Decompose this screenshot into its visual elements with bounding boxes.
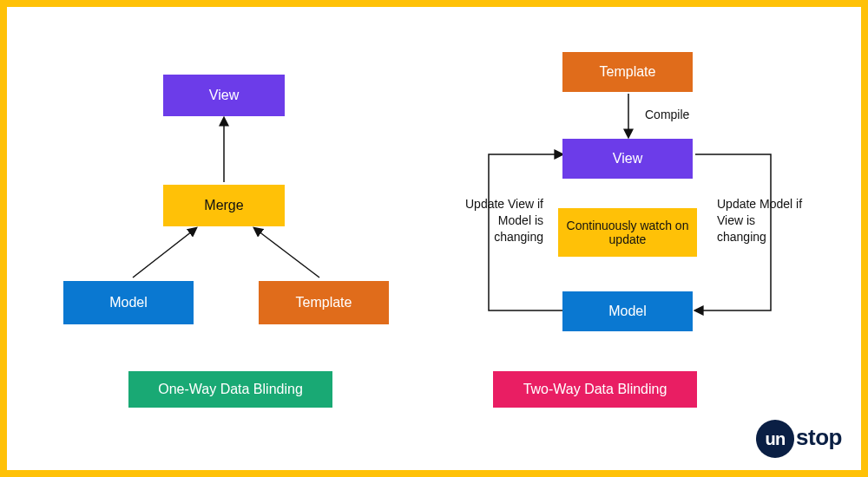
twoway-watch-box: Continuously watch on update bbox=[558, 208, 697, 257]
twoway-template-box: Template bbox=[562, 52, 693, 92]
oneway-view-box: View bbox=[163, 75, 285, 116]
oneway-model-label: Model bbox=[109, 295, 148, 310]
oneway-title-badge: One-Way Data Blinding bbox=[128, 371, 332, 408]
brand-logo: unstop bbox=[756, 420, 842, 458]
oneway-view-label: View bbox=[209, 88, 239, 103]
compile-label: Compile bbox=[645, 107, 714, 123]
oneway-title-label: One-Way Data Blinding bbox=[158, 382, 303, 397]
svg-line-2 bbox=[254, 228, 319, 278]
update-model-label: Update Model if View is changing bbox=[717, 196, 804, 245]
twoway-template-label: Template bbox=[600, 64, 656, 80]
oneway-merge-box: Merge bbox=[163, 185, 285, 226]
oneway-template-box: Template bbox=[259, 281, 389, 324]
twoway-model-label: Model bbox=[608, 304, 647, 319]
oneway-merge-label: Merge bbox=[204, 198, 243, 213]
brand-logo-suffix: stop bbox=[796, 424, 842, 450]
twoway-view-label: View bbox=[613, 151, 642, 167]
twoway-title-label: Two-Way Data Blinding bbox=[523, 382, 667, 397]
twoway-view-box: View bbox=[562, 139, 693, 179]
twoway-title-badge: Two-Way Data Blinding bbox=[493, 371, 697, 408]
oneway-model-box: Model bbox=[63, 281, 194, 324]
update-view-label: Update View if Model is changing bbox=[457, 196, 543, 245]
svg-line-1 bbox=[133, 228, 196, 278]
brand-logo-prefix: un bbox=[756, 420, 794, 458]
oneway-template-label: Template bbox=[296, 295, 352, 310]
diagram-frame: View Merge Model Template One-Way Data B… bbox=[0, 0, 868, 477]
twoway-model-box: Model bbox=[562, 291, 693, 331]
twoway-watch-label: Continuously watch on update bbox=[562, 219, 694, 246]
